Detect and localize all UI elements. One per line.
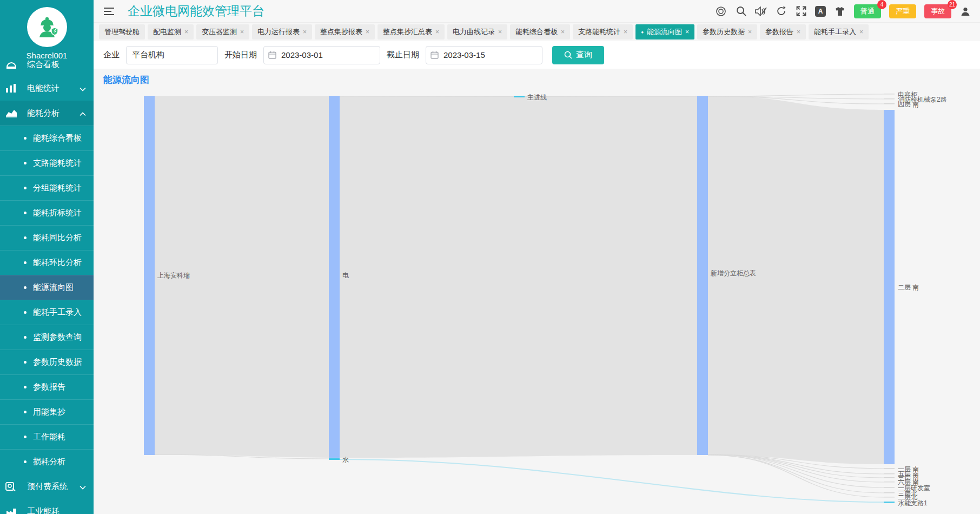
sidebar-nav: 电能统计 能耗分析 能耗综合看板支路能耗统计分组能耗统计能耗折标统计能耗同比分析… (0, 76, 94, 514)
tab-2[interactable]: 变压器监测× (196, 24, 249, 39)
sankey-node[interactable] (144, 96, 155, 455)
start-date-input[interactable] (263, 46, 380, 64)
tab-label: 能耗综合看板 (515, 27, 558, 37)
sankey-node-label: 新增分立柜总表 (711, 269, 756, 277)
tab-4[interactable]: 整点集抄报表× (315, 24, 375, 39)
sidebar-subitem-label: 能耗同比分析 (33, 233, 82, 243)
bullet-dot (24, 460, 27, 463)
sidebar-subitem-4[interactable]: 能耗同比分析 (0, 225, 94, 250)
sidebar-item-electric-stats[interactable]: 电能统计 (0, 76, 94, 101)
sankey-node[interactable] (514, 96, 525, 97)
sankey-link[interactable] (708, 94, 884, 96)
sankey-node[interactable] (884, 110, 895, 464)
query-button[interactable]: 查询 (552, 46, 604, 64)
sankey-node[interactable] (884, 497, 895, 498)
dashboard-icon (5, 61, 19, 70)
tab-3[interactable]: 电力运行报表× (252, 24, 312, 39)
tab-close-icon[interactable]: × (685, 28, 689, 36)
mute-icon[interactable] (755, 5, 767, 17)
sidebar-subitem-11[interactable]: 用能集抄 (0, 399, 94, 424)
sankey-node[interactable] (697, 96, 708, 455)
tab-8[interactable]: 支路能耗统计× (573, 24, 633, 39)
sankey-node[interactable] (884, 482, 895, 483)
sidebar-subitem-3[interactable]: 能耗折标统计 (0, 200, 94, 225)
sidebar-subitem-6[interactable]: 能源流向图 (0, 275, 94, 300)
sankey-node[interactable] (884, 98, 895, 100)
tab-close-icon[interactable]: × (366, 28, 369, 36)
sankey-link[interactable] (708, 96, 884, 464)
sidebar-item-industrial-energy[interactable]: 工业能耗 (0, 499, 94, 514)
tab-10[interactable]: 参数历史数据× (697, 24, 757, 39)
tab-close-icon[interactable]: × (859, 28, 863, 36)
end-date-label: 截止日期 (387, 50, 419, 60)
tab-5[interactable]: 整点集抄汇总表× (378, 24, 445, 39)
sankey-link[interactable] (525, 96, 697, 97)
fullscreen-icon[interactable] (795, 5, 807, 17)
chevron-down-icon (80, 482, 86, 491)
sankey-node[interactable] (329, 458, 340, 460)
sankey-node-label: 水 (342, 456, 349, 464)
sankey-node-label: 水能支路1 (898, 499, 928, 507)
language-icon[interactable]: A (815, 6, 826, 17)
sidebar-subitem-5[interactable]: 能耗环比分析 (0, 250, 94, 275)
sankey-link[interactable] (340, 96, 697, 458)
sankey-node[interactable] (884, 492, 895, 493)
tab-close-icon[interactable]: × (797, 28, 800, 36)
tab-close-icon[interactable]: × (184, 28, 188, 36)
sidebar-subitem-0[interactable]: 能耗综合看板 (0, 126, 94, 150)
sidebar-item-partial[interactable]: 综合看板 (0, 61, 94, 76)
avatar[interactable] (27, 7, 67, 47)
sidebar-subitem-2[interactable]: 分组能耗统计 (0, 175, 94, 200)
tab-close-icon[interactable]: × (498, 28, 502, 36)
tab-close-icon[interactable]: × (435, 28, 439, 36)
sidebar-subitem-7[interactable]: 能耗手工录入 (0, 300, 94, 325)
alarm-badge-severe[interactable]: 严重 (889, 4, 916, 18)
sidebar-item-prepaid-system[interactable]: 预付费系统 (0, 474, 94, 499)
sidebar-subitem-8[interactable]: 监测参数查询 (0, 325, 94, 350)
tab-close-icon[interactable]: × (303, 28, 307, 36)
sankey-node[interactable] (884, 477, 895, 478)
end-date-input[interactable] (426, 46, 542, 64)
tab-close-icon[interactable]: × (624, 28, 627, 36)
bullet-dot (24, 137, 27, 140)
sidebar-subitem-12[interactable]: 工作能耗 (0, 424, 94, 449)
refresh-icon[interactable] (775, 5, 787, 17)
alarm-badge-normal[interactable]: 普通 4 (854, 4, 881, 18)
sidebar-subitem-10[interactable]: 参数报告 (0, 374, 94, 399)
alarm-badge-accident[interactable]: 事故 21 (924, 4, 951, 18)
bullet-dot (24, 236, 27, 239)
sankey-node[interactable] (884, 468, 895, 469)
sidebar-subitem-13[interactable]: 损耗分析 (0, 449, 94, 474)
sidebar: Shacrel001 综合看板 电能统计 能耗分析 (0, 0, 94, 514)
tab-close-icon[interactable]: × (748, 28, 752, 36)
sidebar-subitem-9[interactable]: 参数历史数据 (0, 350, 94, 374)
sankey-node[interactable] (884, 502, 895, 503)
tab-close-icon[interactable]: × (240, 28, 244, 36)
sankey-node[interactable] (884, 94, 895, 95)
sidebar-subitem-1[interactable]: 支路能耗统计 (0, 150, 94, 175)
company-input[interactable] (126, 46, 218, 64)
tab-7[interactable]: 能耗综合看板× (510, 24, 570, 39)
sidebar-subitem-label: 支路能耗统计 (33, 158, 82, 168)
sidebar-subitem-label: 能源流向图 (33, 282, 74, 293)
sankey-node[interactable] (884, 487, 895, 488)
tab-1[interactable]: 配电监测× (148, 24, 194, 39)
tab-9[interactable]: ●能源流向图× (635, 24, 694, 39)
sankey-node[interactable] (884, 103, 895, 104)
engineer-avatar-icon (35, 15, 59, 39)
tab-close-icon[interactable]: × (561, 28, 565, 36)
tab-12[interactable]: 能耗手工录入× (809, 24, 869, 39)
menu-icon[interactable] (103, 5, 115, 17)
sankey-node[interactable] (884, 473, 895, 475)
user-icon[interactable] (959, 5, 971, 17)
sidebar-subitem-label: 参数历史数据 (33, 357, 82, 367)
sankey-link[interactable] (340, 96, 514, 97)
search-icon[interactable] (735, 5, 747, 17)
shirt-icon[interactable] (834, 5, 846, 17)
tab-6[interactable]: 电力曲线记录× (447, 24, 507, 39)
tab-11[interactable]: 参数报告× (760, 24, 806, 39)
target-icon[interactable] (715, 5, 727, 17)
sidebar-item-energy-analysis[interactable]: 能耗分析 (0, 101, 94, 126)
tab-0[interactable]: 管理驾驶舱 (99, 24, 145, 39)
sankey-node[interactable] (329, 96, 340, 458)
